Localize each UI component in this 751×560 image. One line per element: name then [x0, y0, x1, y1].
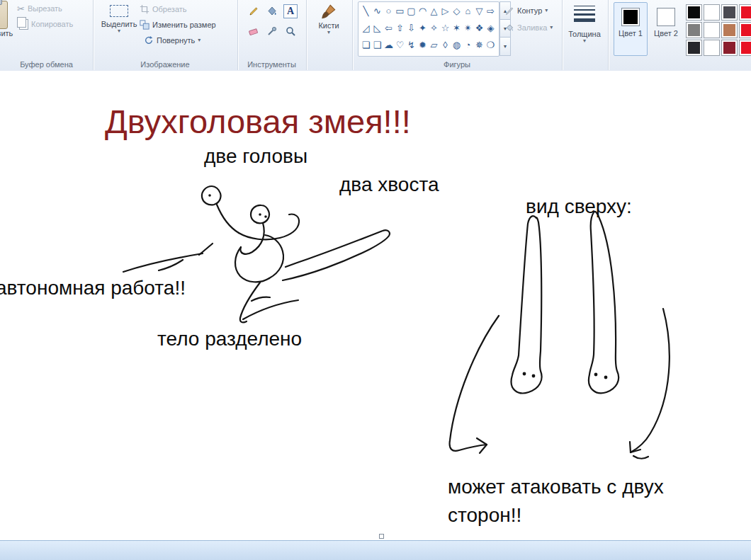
shape-item[interactable]: ▷	[440, 6, 451, 16]
color2-button[interactable]: Цвет 2	[649, 2, 683, 56]
shape-item[interactable]: ◈	[485, 23, 496, 33]
copy-icon	[19, 19, 28, 30]
tools-group-label: Инструменты	[237, 60, 306, 69]
shape-item[interactable]: ✴	[463, 23, 473, 33]
shapes-more-button[interactable]: ▼	[499, 37, 511, 56]
shape-item[interactable]: ◿	[361, 23, 371, 33]
shape-item[interactable]: ▽	[474, 6, 485, 16]
palette-color-swatch[interactable]	[721, 40, 738, 56]
shape-item[interactable]: ✦	[417, 23, 428, 33]
shape-item[interactable]: ❏	[361, 40, 371, 50]
palette-color-swatch[interactable]	[704, 40, 720, 56]
shape-item[interactable]: ○	[383, 6, 394, 16]
brushes-button[interactable]: Кисти ▾	[310, 3, 347, 35]
shapes-group-label: Фигуры	[352, 60, 562, 69]
palette-color-swatch[interactable]	[739, 22, 751, 38]
shape-item[interactable]: ✵	[474, 40, 485, 50]
colors-group: Цвет 1 Цвет 2	[608, 0, 751, 70]
fill-icon	[266, 6, 278, 17]
select-button[interactable]: Выделить ▾	[100, 1, 138, 34]
pencil-tool-button[interactable]	[244, 2, 263, 21]
shape-item[interactable]: ◠	[417, 6, 428, 16]
eraser-icon	[248, 25, 259, 37]
palette-color-swatch[interactable]	[721, 4, 738, 21]
magnifier-icon	[285, 25, 296, 37]
annotation-two-tails: два хвоста	[339, 173, 439, 196]
annotation-autonomy: автономная работа!!	[0, 277, 186, 299]
crop-button[interactable]: Обрезать	[140, 2, 187, 16]
resize-button[interactable]: Изменить размер	[140, 18, 216, 32]
scissors-icon: ✂	[17, 4, 25, 13]
annotation-two-heads: две головы	[204, 145, 307, 168]
shape-item[interactable]: ▭	[395, 6, 405, 16]
page-title: Двухголовая змея!!!	[105, 102, 411, 141]
palette-color-swatch[interactable]	[739, 40, 751, 56]
text-tool-icon: A	[283, 4, 298, 18]
color1-button[interactable]: Цвет 1	[614, 2, 648, 56]
shape-item[interactable]: ✹	[417, 40, 428, 50]
shape-item[interactable]: ⇦	[383, 23, 394, 33]
shape-item[interactable]: ◔	[463, 40, 473, 50]
palette-color-swatch[interactable]	[686, 4, 702, 21]
annotation-body-split: тело разделено	[157, 328, 302, 350]
shape-item[interactable]: ⇨	[485, 6, 496, 16]
shape-item[interactable]: ∿	[372, 6, 383, 16]
magnifier-tool-button[interactable]	[281, 22, 300, 40]
palette-color-swatch[interactable]	[686, 40, 702, 56]
shapes-gallery-row: ❏❑☁♡↯✹▱◊◍◔✵❍	[358, 36, 499, 53]
eraser-tool-button[interactable]	[244, 22, 263, 40]
shape-item[interactable]: ✧	[429, 23, 439, 33]
chevron-down-icon: ▾	[198, 38, 201, 43]
shape-item[interactable]: ☆	[440, 23, 451, 33]
shape-item[interactable]: ✶	[451, 23, 462, 33]
shape-item[interactable]: ↯	[406, 40, 417, 50]
shape-item[interactable]: ☁	[383, 40, 394, 50]
shape-item[interactable]: △	[429, 6, 439, 16]
color1-swatch	[621, 8, 640, 26]
palette-color-swatch[interactable]	[721, 22, 738, 38]
canvas-resize-handle[interactable]	[379, 534, 384, 539]
rotate-button[interactable]: Повернуть ▾	[144, 33, 201, 47]
shape-item[interactable]: ⌂	[463, 6, 473, 16]
chevron-down-icon: ▾	[583, 38, 586, 44]
shape-item[interactable]: ⇧	[395, 23, 405, 33]
palette-color-swatch[interactable]	[704, 4, 720, 21]
size-button[interactable]: Толщина ▾	[565, 6, 604, 44]
shape-item[interactable]: ❖	[474, 23, 485, 33]
paste-clipboard-icon	[0, 1, 8, 29]
palette-color-swatch[interactable]	[686, 22, 702, 38]
annotation-top-view: вид сверху:	[526, 195, 632, 218]
copy-button[interactable]: Копировать	[17, 17, 73, 31]
shape-fill-button[interactable]: Заливка ▾	[505, 21, 553, 35]
line-thickness-icon	[574, 6, 595, 25]
shape-item[interactable]: ⇩	[406, 23, 417, 33]
rotate-icon	[144, 35, 154, 45]
outline-pencil-icon	[505, 6, 514, 16]
cut-button[interactable]: ✂ Вырезать	[17, 1, 62, 16]
chevron-down-icon: ▾	[545, 8, 548, 13]
color1-label: Цвет 1	[619, 29, 643, 39]
fill-tool-button[interactable]	[263, 2, 281, 21]
crop-label: Обрезать	[152, 5, 187, 13]
brush-icon	[320, 3, 338, 21]
shape-item[interactable]: ◍	[451, 40, 462, 50]
eyedropper-tool-button[interactable]	[263, 22, 281, 40]
top-view-snake-drawing	[450, 212, 670, 459]
shape-item[interactable]: ◇	[451, 6, 462, 16]
palette-color-swatch[interactable]	[704, 22, 720, 38]
shape-item[interactable]: ❍	[485, 40, 496, 50]
pencil-icon	[248, 6, 259, 17]
shape-item[interactable]: ❑	[372, 40, 383, 50]
side-view-snake-drawing	[123, 186, 390, 322]
outline-button[interactable]: Контур ▾	[505, 4, 548, 18]
shape-item[interactable]: ▱	[429, 40, 439, 50]
text-tool-button[interactable]: A	[281, 2, 300, 21]
shape-item[interactable]: ╲	[361, 6, 371, 16]
shapes-gallery-row: ◿◺⇦⇧⇩✦✧☆✶✴❖◈	[358, 19, 499, 36]
shape-item[interactable]: ▢	[406, 6, 417, 16]
palette-color-swatch[interactable]	[739, 4, 751, 21]
paste-label: Вставить	[0, 29, 13, 38]
shape-item[interactable]: ◺	[372, 23, 383, 33]
shape-item[interactable]: ♡	[395, 40, 405, 50]
shape-item[interactable]: ◊	[440, 40, 451, 50]
